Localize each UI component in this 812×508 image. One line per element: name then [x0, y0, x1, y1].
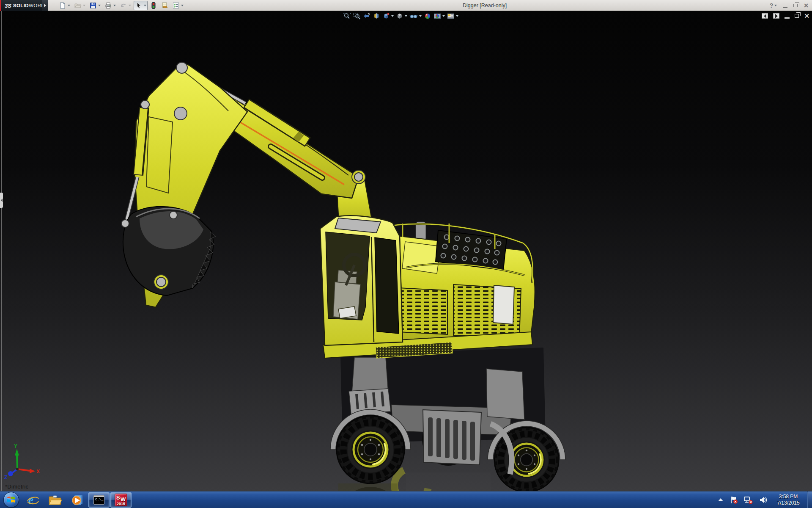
system-tray: 3:58 PM 7/13/2015 [715, 491, 812, 508]
view-settings-button[interactable] [447, 12, 459, 20]
volume-icon[interactable] [759, 496, 768, 504]
feature-tree-collapse-tab[interactable] [0, 193, 3, 208]
dropdown-caret[interactable] [391, 15, 394, 17]
select-button[interactable] [134, 1, 148, 10]
media-player-icon [70, 494, 84, 506]
doc-close-button[interactable]: ✕ [804, 13, 809, 19]
options-button[interactable] [171, 1, 185, 10]
brand-text-bold: SOLID [13, 3, 29, 8]
taskbar-item-solidworks[interactable]: S W 2015 [110, 492, 132, 508]
print-button[interactable] [103, 1, 117, 10]
taskbar-item-command-prompt[interactable]: C:\_ [88, 492, 110, 508]
zoom-area-icon [353, 13, 361, 19]
file-properties-button[interactable] [159, 1, 170, 10]
dropdown-caret[interactable] [98, 5, 101, 6]
cab[interactable] [320, 215, 403, 345]
view-settings-icon [447, 13, 455, 19]
windows-flag-icon [6, 496, 16, 504]
new-document-icon [59, 2, 66, 9]
apply-scene-button[interactable] [433, 12, 445, 20]
dropdown-caret[interactable] [113, 5, 116, 6]
expand-pane-right-button[interactable] [773, 13, 779, 19]
save-floppy-icon [89, 2, 97, 9]
view-orientation-button[interactable] [382, 12, 394, 20]
taskbar-item-windows-explorer[interactable] [44, 491, 66, 508]
feature-tree-splitter[interactable] [1, 11, 2, 491]
document-title: Digger [Read-only] [463, 0, 507, 11]
bucket[interactable] [123, 207, 216, 295]
select-cursor-icon [135, 2, 143, 9]
doc-minimize-button[interactable] [785, 17, 790, 19]
undo-button[interactable] [118, 1, 132, 10]
edit-appearance-button[interactable] [423, 12, 432, 20]
previous-view-button[interactable] [362, 12, 371, 20]
doc-restore-button[interactable] [795, 14, 799, 18]
traffic-light-icon [150, 2, 157, 9]
minimize-button[interactable] [783, 7, 787, 8]
save-button[interactable] [88, 1, 102, 10]
appearance-ball-icon [424, 13, 431, 19]
rebuild-button[interactable] [149, 1, 158, 10]
network-status-icon[interactable] [744, 496, 753, 504]
printer-icon [104, 2, 112, 9]
hide-show-items-button[interactable] [409, 12, 422, 20]
dropdown-caret[interactable] [181, 5, 184, 6]
dropdown-caret[interactable] [456, 15, 458, 17]
dropdown-caret[interactable] [144, 5, 146, 6]
flag-alert-icon [730, 496, 738, 504]
window-controls: ? ✕ [770, 0, 809, 11]
zoom-to-area-button[interactable] [353, 12, 361, 20]
titlebar: 3S SOLIDWORKS [0, 0, 812, 11]
new-button[interactable] [58, 1, 71, 10]
open-folder-icon [74, 2, 82, 9]
start-button[interactable] [0, 491, 22, 508]
triad-z-label: Z [4, 475, 7, 480]
dropdown-caret[interactable] [442, 15, 445, 17]
dropdown-caret[interactable] [129, 5, 131, 6]
close-button[interactable]: ✕ [804, 3, 809, 8]
apply-scene-icon [433, 13, 441, 19]
triad-y-label: Y [14, 443, 17, 449]
dropdown-caret[interactable] [68, 5, 70, 6]
folder-icon [48, 494, 62, 506]
section-view-button[interactable] [372, 12, 381, 20]
show-hidden-icons-button[interactable] [718, 498, 724, 502]
action-center-icon[interactable] [730, 496, 738, 504]
solidworks-logo: 3S SOLIDWORKS [0, 0, 42, 11]
undo-arrow-icon [120, 2, 127, 9]
triangle-left-icon [764, 14, 766, 18]
command-prompt-icon: C:\_ [93, 495, 104, 505]
dropdown-caret[interactable] [405, 15, 407, 17]
menu-expand-button[interactable] [42, 0, 48, 11]
speaker-icon [759, 496, 768, 504]
display-style-button[interactable] [395, 12, 408, 20]
collapse-pane-left-button[interactable] [762, 13, 768, 19]
internet-explorer-icon: e [26, 494, 40, 506]
help-icon: ? [770, 2, 774, 9]
zoom-fit-icon [343, 13, 351, 19]
graphics-viewport[interactable]: Y X Z [0, 11, 812, 491]
options-checklist-icon [172, 2, 180, 9]
taskbar-item-media-player[interactable] [66, 491, 88, 508]
file-properties-icon [161, 2, 168, 9]
dropdown-caret[interactable] [83, 5, 85, 6]
show-desktop-button[interactable] [807, 491, 812, 508]
zoom-to-fit-button[interactable] [343, 12, 351, 20]
cab-interior [326, 232, 370, 320]
svg-text:e: e [28, 494, 33, 506]
help-button[interactable]: ? [770, 2, 777, 9]
taskbar-item-internet-explorer[interactable]: e [22, 491, 44, 508]
triangle-right-icon [775, 14, 778, 18]
open-button[interactable] [73, 1, 87, 10]
eyeglasses-icon [409, 13, 418, 19]
windows-orb-icon [3, 492, 19, 508]
up-arrow-icon [718, 498, 724, 502]
dropdown-caret[interactable] [419, 15, 422, 17]
front-left-wheel[interactable] [337, 416, 404, 483]
heads-up-view-toolbar [343, 12, 459, 20]
digger-3d-model[interactable]: Y X Z [0, 11, 812, 491]
restore-button[interactable] [793, 4, 798, 7]
taskbar-clock[interactable]: 3:58 PM 7/13/2015 [773, 494, 804, 506]
dropdown-caret[interactable] [774, 5, 777, 6]
windows-taskbar: e C:\_ S W 2015 [0, 491, 812, 508]
